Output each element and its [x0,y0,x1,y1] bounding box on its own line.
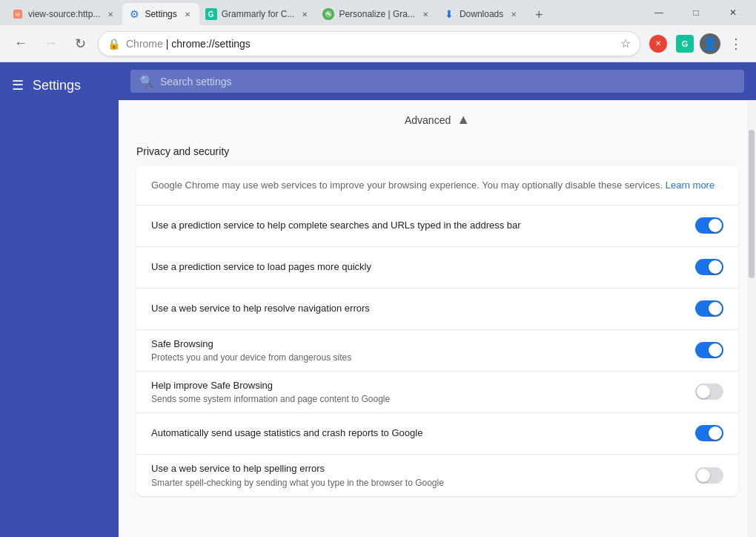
toggle-track-prediction-search[interactable] [695,217,723,234]
tab-settings-close[interactable]: ✕ [182,8,193,20]
setting-label-safe-browsing: Safe Browsing [151,337,683,351]
lock-icon: 🔒 [107,38,120,50]
toggle-help-safe-browsing[interactable] [695,383,723,400]
tab-grammarly-label: Grammarly for C... [222,9,295,19]
back-button[interactable]: ← [9,32,33,56]
tab-personalize-close[interactable]: ✕ [420,8,431,20]
tab-settings[interactable]: ⚙ Settings ✕ [122,3,199,25]
setting-row-safe-browsing: Safe Browsing Protects you and your devi… [136,330,738,372]
learn-more-link[interactable]: Learn more [666,179,714,191]
toggle-thumb-prediction-load [709,260,722,274]
privacy-settings-card: Google Chrome may use web services to im… [136,166,738,496]
hamburger-menu-button[interactable]: ☰ [12,77,24,93]
setting-desc-spelling-errors: Smarter spell-checking by sending what y… [151,478,683,488]
reload-button[interactable]: ↻ [68,32,92,56]
setting-row-prediction-search: Use a prediction service to help complet… [136,205,738,247]
extensions-icon-button[interactable]: ✕ [646,32,670,56]
toggle-track-safe-browsing[interactable] [695,342,723,358]
bookmark-star-icon[interactable]: ☆ [620,36,631,50]
setting-text-prediction-search: Use a prediction service to help complet… [151,219,683,232]
advanced-arrow-icon: ▲ [457,112,470,128]
scrollbar-thumb[interactable] [749,130,755,278]
advanced-toggle-button[interactable]: Advanced ▲ [405,112,470,128]
address-separator: | [166,38,169,50]
toggle-track-resolve-navigation[interactable] [695,300,723,317]
tabs-area: M view-source:http... ✕ ⚙ Settings ✕ G G… [6,0,642,25]
maximize-button[interactable]: □ [679,1,713,24]
search-bar[interactable]: 🔍 [130,70,744,93]
tab-grammarly-close[interactable]: ✕ [299,8,311,20]
setting-label-resolve-navigation: Use a web service to help resolve naviga… [151,302,683,315]
setting-label-prediction-load: Use a prediction service to load pages m… [151,260,683,274]
setting-text-prediction-load: Use a prediction service to load pages m… [151,260,683,274]
search-input[interactable] [160,76,735,88]
toggle-track-help-safe-browsing[interactable] [695,383,723,400]
tab-downloads-close[interactable]: ✕ [508,8,520,20]
tab-settings-label: Settings [145,9,176,19]
setting-text-spelling-errors: Use a web service to help spelling error… [151,462,683,487]
toggle-safe-browsing[interactable] [695,342,723,358]
search-area: 🔍 [119,62,756,100]
toggle-resolve-navigation[interactable] [695,300,723,317]
new-tab-button[interactable]: + [528,4,549,25]
toggle-prediction-load[interactable] [695,259,723,275]
address-text: Chrome | chrome://settings [126,38,614,50]
toolbar-icons: ✕ G 👤 ⋮ [646,32,747,56]
minimize-button[interactable]: — [642,1,676,24]
doc-icon: M [12,8,24,20]
privacy-info-row: Google Chrome may use web services to im… [136,166,738,205]
svg-text:M: M [16,12,20,17]
grammarly-icon: G [205,8,217,20]
window-controls: — □ ✕ [642,1,750,24]
grammarly-extension-icon[interactable]: G [673,32,697,56]
menu-button[interactable]: ⋮ [723,32,747,56]
extension-badge: ✕ [649,35,667,53]
toggle-thumb-help-safe-browsing [697,385,710,398]
tab-source-close[interactable]: ✕ [105,8,116,20]
toggle-thumb-spelling-errors [697,469,710,482]
tab-personalize-label: Personalize | Gra... [339,9,415,19]
close-button[interactable]: ✕ [716,1,750,24]
setting-row-usage-stats: Automatically send usage statistics and … [136,413,738,455]
setting-text-resolve-navigation: Use a web service to help resolve naviga… [151,302,683,315]
search-icon: 🔍 [139,74,154,88]
scrollbar-track[interactable] [747,100,756,537]
toggle-spelling-errors[interactable] [695,467,723,484]
setting-row-spelling-errors: Use a web service to help spelling error… [136,455,738,496]
toggle-track-prediction-load[interactable] [695,259,723,275]
tab-source[interactable]: M view-source:http... ✕ [6,3,122,25]
setting-row-prediction-load: Use a prediction service to load pages m… [136,247,738,289]
toggle-thumb-usage-stats [709,426,722,440]
advanced-label: Advanced [405,114,451,126]
toggle-track-spelling-errors[interactable] [695,467,723,484]
forward-button[interactable]: → [39,32,62,56]
privacy-section-title: Privacy and security [119,134,756,166]
personalize-icon [322,8,334,20]
main-content: Advanced ▲ Privacy and security Google C… [119,100,756,537]
app-content: ☰ Settings 🔍 Advanced ▲ Privacy and secu… [0,62,756,537]
tab-downloads-label: Downloads [460,9,503,19]
grammarly-toolbar-icon: G [676,35,694,53]
tab-personalize[interactable]: Personalize | Gra... ✕ [316,3,437,25]
toggle-thumb-prediction-search [709,219,722,232]
setting-row-help-safe-browsing: Help improve Safe Browsing Sends some sy… [136,372,738,413]
sidebar-title: Settings [33,78,81,93]
downloads-icon: ⬇ [443,8,455,20]
toggle-track-usage-stats[interactable] [695,425,723,441]
setting-row-resolve-navigation: Use a web service to help resolve naviga… [136,289,738,330]
main-wrapper: 🔍 Advanced ▲ Privacy and security Google… [119,62,756,537]
address-brand: Chrome [126,38,163,50]
sidebar-header: ☰ Settings [0,62,119,108]
setting-desc-help-safe-browsing: Sends some system information and page c… [151,394,683,404]
address-bar[interactable]: 🔒 Chrome | chrome://settings ☆ [98,31,640,56]
settings-tab-icon: ⚙ [128,8,140,20]
tab-downloads[interactable]: ⬇ Downloads ✕ [437,3,525,25]
privacy-info-text: Google Chrome may use web services to im… [151,179,663,191]
toggle-prediction-search[interactable] [695,217,723,234]
setting-desc-safe-browsing: Protects you and your device from danger… [151,352,683,363]
tab-grammarly[interactable]: G Grammarly for C... ✕ [199,3,317,25]
setting-label-usage-stats: Automatically send usage statistics and … [151,426,683,440]
toggle-thumb-resolve-navigation [709,302,722,315]
toggle-usage-stats[interactable] [695,425,723,441]
profile-button[interactable]: 👤 [700,33,720,54]
